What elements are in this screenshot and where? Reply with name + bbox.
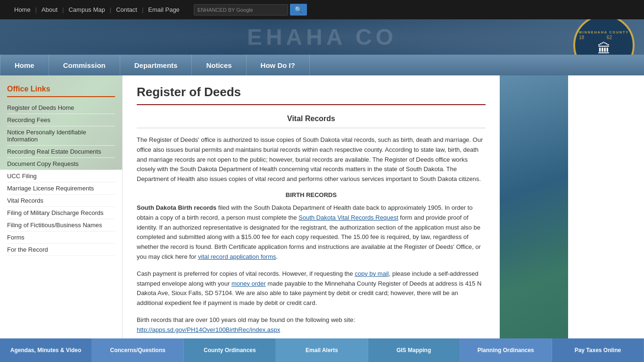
top-nav: Home | About | Campus Map | Contact | Em… — [9, 6, 184, 13]
nav-home-link[interactable]: Home — [0, 55, 49, 75]
top-email-page-link[interactable]: Email Page — [143, 6, 184, 13]
sidebar: Office Links Register of Deeds Home Reco… — [0, 75, 123, 362]
search-input[interactable] — [194, 4, 288, 16]
sidebar-register-deeds-home[interactable]: Register of Deeds Home — [7, 102, 115, 114]
banner-text: EHAHA CO — [247, 24, 397, 50]
sidebar-for-the-record[interactable]: For the Record — [7, 244, 115, 256]
birth-para2-pre: Cash payment is preferred for copies of … — [137, 270, 355, 277]
vital-record-forms-link[interactable]: vital record application forms — [198, 253, 276, 260]
footer-email-alerts-btn[interactable]: Email Alerts — [276, 338, 368, 362]
top-contact-link[interactable]: Contact — [111, 6, 142, 13]
sidebar-recording-real-estate[interactable]: Recording Real Estate Documents — [7, 146, 115, 158]
nav-notices-link[interactable]: Notices — [192, 55, 246, 75]
main-nav: Home Commission Departments Notices How … — [0, 55, 644, 75]
copy-by-mail-link[interactable]: copy by mail — [355, 270, 388, 277]
vital-records-intro: The Register of Deeds' office is authori… — [137, 135, 486, 184]
footer-concerns-btn[interactable]: Concerns/Questions — [92, 338, 184, 362]
footer-gis-mapping-btn[interactable]: GIS Mapping — [368, 338, 460, 362]
birth-para-2: Cash payment is preferred for copies of … — [137, 269, 486, 308]
top-about-link[interactable]: About — [37, 6, 62, 13]
top-campus-map-link[interactable]: Campus Map — [64, 6, 109, 13]
page-title: Register of Deeds — [137, 85, 486, 105]
footer-planning-ordinances-btn[interactable]: Planning Ordinances — [460, 338, 552, 362]
header-banner: EHAHA CO MINNEHAHA COUNTY 18 62 🏛 SOUTH … — [0, 19, 644, 55]
nav-commission-link[interactable]: Commission — [49, 55, 120, 75]
birth-100-years-link[interactable]: http://apps.sd.gov/PH14Over100BirthRec/i… — [137, 326, 280, 333]
birth-para1-end: . — [276, 253, 278, 260]
sidebar-ucc-filing[interactable]: UCC Filing — [7, 170, 115, 182]
content-wrapper: Office Links Register of Deeds Home Reco… — [0, 75, 644, 362]
search-container: ENHANCED BY Google 🔍 — [194, 4, 307, 16]
right-panel — [500, 75, 568, 362]
search-button[interactable]: 🔍 — [290, 4, 307, 16]
logo-top-text: MINNEHAHA COUNTY — [579, 31, 629, 34]
nav-departments-link[interactable]: Departments — [120, 55, 192, 75]
section-divider-1 — [137, 128, 486, 128]
logo-building-icon: 🏛 — [579, 41, 629, 55]
logo-year-right: 62 — [607, 35, 612, 40]
birth-strong: South Dakota Birth records — [137, 204, 216, 211]
sidebar-forms[interactable]: Forms — [7, 231, 115, 244]
birth-para-3: Birth records that are over 100 years ol… — [137, 315, 486, 335]
footer-pay-taxes-btn[interactable]: Pay Taxes Online — [552, 338, 644, 362]
sidebar-document-copy[interactable]: Document Copy Requests — [7, 158, 115, 170]
county-logo: MINNEHAHA COUNTY 18 62 🏛 SOUTH DAKOTA — [573, 19, 635, 55]
sidebar-military-discharge[interactable]: Filing of Military Discharge Records — [7, 207, 115, 219]
birth-100-years-text: Birth records that are over 100 years ol… — [137, 316, 355, 323]
sidebar-vital-records[interactable]: Vital Records — [7, 195, 115, 207]
sd-vital-records-request-link[interactable]: South Dakota Vital Records Request — [298, 214, 398, 221]
nav-how-do-i-link[interactable]: How Do I? — [247, 55, 310, 75]
sidebar-notice-pii[interactable]: Notice Personally Identifiable Informati… — [7, 126, 115, 146]
birth-records-heading: BIRTH RECORDS — [137, 191, 486, 198]
birth-para-1: South Dakota Birth records filed with th… — [137, 203, 486, 262]
top-home-link[interactable]: Home — [9, 6, 35, 13]
footer-county-ordinances-btn[interactable]: County Ordinances — [184, 338, 276, 362]
office-links-title: Office Links — [7, 85, 115, 97]
waterfall-image — [500, 75, 568, 362]
top-bar: Home | About | Campus Map | Contact | Em… — [0, 0, 644, 19]
vital-records-heading: Vital Records — [137, 115, 486, 123]
footer-agendas-btn[interactable]: Agendas, Minutes & Video — [0, 338, 92, 362]
logo-year-left: 18 — [579, 35, 584, 40]
money-order-link[interactable]: money order — [231, 280, 266, 287]
main-content: Register of Deeds Vital Records The Regi… — [123, 75, 500, 362]
sidebar-recording-fees[interactable]: Recording Fees — [7, 114, 115, 126]
sidebar-fictitious-names[interactable]: Filing of Fictitious/Business Names — [7, 219, 115, 231]
sidebar-marriage-license[interactable]: Marriage License Requirements — [7, 182, 115, 195]
footer-bar: Agendas, Minutes & Video Concerns/Questi… — [0, 338, 644, 362]
